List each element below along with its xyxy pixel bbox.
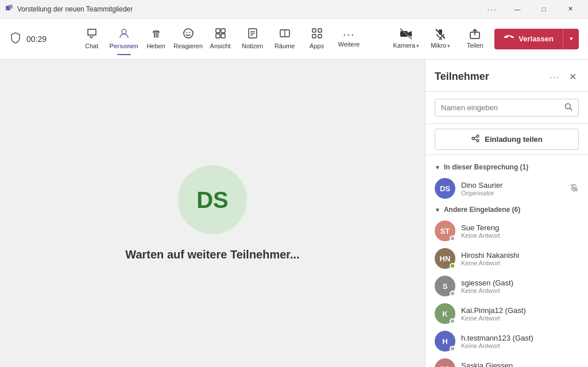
participant-item-sgiessen: S sgiessen (Gast) Keine Antwort <box>425 272 588 300</box>
mute-icon-dino[interactable] <box>570 183 579 194</box>
end-call-chevron-icon: ▾ <box>570 35 573 43</box>
participant-info-kai: Kai.Pirinja12 (Gast) Keine Antwort <box>461 306 579 322</box>
window-title: Vorstellung der neuen Teammitglieder <box>17 5 487 13</box>
status-dot-sue <box>450 235 455 241</box>
toolbar-item-mikro[interactable]: Mikro ▾ <box>425 21 455 57</box>
maximize-button[interactable]: □ <box>531 0 557 18</box>
video-area: DS Warten auf weitere Teilnehmer... <box>0 60 425 367</box>
reagieren-label: Reagieren <box>173 43 203 50</box>
weitere-icon: ··· <box>343 29 355 40</box>
search-input[interactable] <box>441 103 560 112</box>
participant-initials: DS <box>196 187 229 213</box>
svg-line-30 <box>570 109 572 111</box>
window-controls: — □ ✕ <box>504 0 583 18</box>
status-dot-htestmann <box>450 346 455 351</box>
participant-name-kai: Kai.Pirinja12 (Gast) <box>461 306 579 315</box>
participant-status-kai: Keine Antwort <box>461 315 579 322</box>
participant-name-htestmann: h.testmann123 (Gast) <box>461 334 579 342</box>
avatar-initials-kai: K <box>442 310 447 318</box>
status-dot-sgiessen <box>450 291 455 296</box>
svg-rect-6 <box>216 29 220 33</box>
svg-point-32 <box>477 140 479 142</box>
svg-line-34 <box>474 137 477 138</box>
svg-rect-16 <box>312 29 316 32</box>
toolbar-right: Kamera ▾ Mikro ▾ <box>391 21 579 57</box>
apps-icon <box>311 27 323 41</box>
mikro-label: Mikro <box>431 42 446 49</box>
participant-name-saskia: Saskia Giessen <box>461 361 579 368</box>
minimize-button[interactable]: — <box>504 0 531 18</box>
close-panel-icon: ✕ <box>569 71 577 82</box>
svg-line-38 <box>571 184 578 191</box>
section-andere-eingeladene[interactable]: ▼ Andere Eingeladene (6) <box>425 202 588 217</box>
notizen-label: Notizen <box>242 43 263 50</box>
svg-rect-18 <box>312 34 316 38</box>
heben-label: Heben <box>146 43 165 50</box>
participant-item-sue: ST Sue Tereng Keine Antwort <box>425 217 588 245</box>
mikro-icon <box>434 28 447 42</box>
participant-status-sgiessen: Keine Antwort <box>461 287 579 294</box>
svg-point-2 <box>122 29 126 34</box>
call-timer: 00:29 <box>26 34 49 44</box>
avatar-initials-saskia: SG <box>440 365 451 368</box>
avatar-initials-sue: ST <box>440 227 450 235</box>
participant-name-hiroshi: Hiroshi Nakanishi <box>461 251 579 260</box>
avatar-dino: DS <box>435 178 455 199</box>
toolbar-item-ansicht[interactable]: Ansicht <box>204 21 237 57</box>
ansicht-label: Ansicht <box>210 43 231 50</box>
invite-button[interactable]: Einladung teilen <box>435 129 579 150</box>
shield-icon <box>9 32 22 46</box>
section-in-besprechung[interactable]: ▼ In dieser Besprechung (1) <box>425 160 588 175</box>
status-dot-kai <box>450 318 455 324</box>
personen-icon <box>118 27 130 41</box>
participant-status-sue: Keine Antwort <box>461 232 579 239</box>
toolbar-item-weitere[interactable]: ··· Weitere <box>333 21 365 57</box>
teilen-icon <box>469 28 481 42</box>
svg-line-35 <box>474 139 477 140</box>
close-button[interactable]: ✕ <box>557 0 583 18</box>
toolbar-item-heben[interactable]: Heben <box>140 21 172 57</box>
end-call-group: Verlassen ▾ <box>494 29 579 49</box>
search-icon <box>564 103 572 113</box>
toolbar-item-raeume[interactable]: Räume <box>269 21 301 57</box>
svg-point-4 <box>186 32 187 33</box>
participant-item-hiroshi: HN Hiroshi Nakanishi Keine Antwort <box>425 245 588 272</box>
participant-item-dino: DS Dino Saurier Organisator <box>425 175 588 202</box>
participant-info-hiroshi: Hiroshi Nakanishi Keine Antwort <box>461 251 579 266</box>
toolbar-item-chat[interactable]: Chat <box>76 21 108 57</box>
avatar-initials-htestmann: H <box>442 337 447 346</box>
avatar-saskia: SG <box>435 358 455 367</box>
personen-label: Personen <box>110 43 138 50</box>
end-call-button[interactable]: Verlassen <box>494 29 563 49</box>
kamera-arrow-icon: ▾ <box>416 43 419 49</box>
toolbar-item-apps[interactable]: Apps <box>301 21 333 57</box>
chat-icon <box>86 27 98 41</box>
toolbar: 00:29 Chat Personen <box>0 18 588 60</box>
svg-point-3 <box>184 29 193 38</box>
toolbar-item-kamera[interactable]: Kamera ▾ <box>391 21 421 57</box>
svg-point-33 <box>472 137 474 140</box>
participant-status-htestmann: Keine Antwort <box>461 342 579 349</box>
panel-header: Teilnehmer ··· ✕ <box>425 60 588 92</box>
toolbar-item-notizen[interactable]: Notizen <box>237 21 269 57</box>
notizen-icon <box>246 27 259 41</box>
participant-item-htestmann: H h.testmann123 (Gast) Keine Antwort <box>425 327 588 355</box>
panel-more-button[interactable]: ··· <box>547 70 562 84</box>
end-call-dropdown-button[interactable]: ▾ <box>563 29 579 49</box>
participant-info-dino: Dino Saurier Organisator <box>461 181 564 196</box>
panel-close-button[interactable]: ✕ <box>567 69 579 84</box>
toolbar-item-teilen[interactable]: Teilen <box>460 21 490 57</box>
toolbar-item-reagieren[interactable]: Reagieren <box>172 21 204 57</box>
participant-info-saskia: Saskia Giessen Keine Antwort <box>461 361 579 368</box>
invite-section: Einladung teilen <box>425 124 588 155</box>
svg-rect-19 <box>318 34 322 38</box>
svg-point-31 <box>477 135 479 137</box>
heben-icon <box>150 27 163 41</box>
toolbar-left: 00:29 <box>9 32 49 46</box>
participant-name-dino: Dino Saurier <box>461 181 564 190</box>
avatar-initials-sgiessen: S <box>443 282 448 291</box>
avatar-sgiessen: S <box>435 276 455 296</box>
weitere-label: Weitere <box>338 41 360 48</box>
section-label-2: Andere Eingeladene (6) <box>444 206 520 214</box>
toolbar-item-personen[interactable]: Personen <box>108 21 140 57</box>
